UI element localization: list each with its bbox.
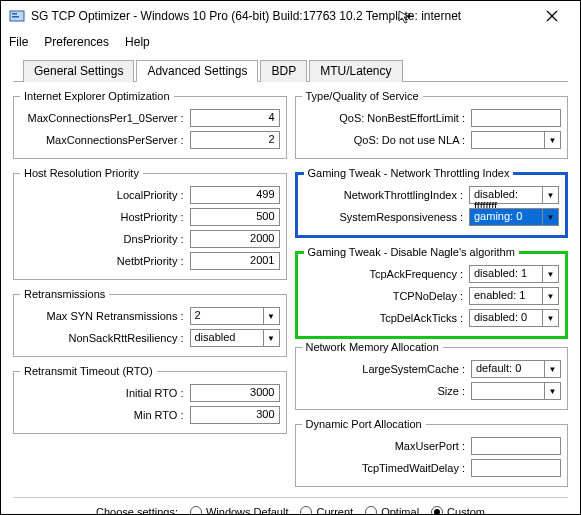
combo-tcpdelack[interactable]: disabled: 0▼ xyxy=(469,309,559,327)
input-maxconn[interactable]: 2 xyxy=(190,131,280,149)
combo-size[interactable]: ▼ xyxy=(471,382,561,400)
group-memory: Network Memory Allocation LargeSystemCac… xyxy=(295,341,569,410)
label-tcptwd: TcpTimedWaitDelay : xyxy=(302,462,472,474)
legend-dyn: Dynamic Port Allocation xyxy=(302,418,426,430)
group-throttling-index: Gaming Tweak - Network Throttling Index … xyxy=(295,167,569,238)
footer: Choose settings: Windows Default Current… xyxy=(1,489,580,515)
label-nbel: QoS: NonBestEffortLimit : xyxy=(302,112,472,124)
menubar: File Preferences Help xyxy=(1,31,580,53)
label-maxconn10: MaxConnectionsPer1_0Server : xyxy=(20,112,190,124)
label-nonsack: NonSackRttResiliency : xyxy=(20,332,190,344)
combo-sysresp[interactable]: gaming: 0▼ xyxy=(469,208,559,226)
titlebar[interactable]: SG TCP Optimizer - Windows 10 Pro (64-bi… xyxy=(1,1,580,31)
tab-general[interactable]: General Settings xyxy=(23,60,134,82)
label-localpriority: LocalPriority : xyxy=(20,189,190,201)
label-tcpdelack: TcpDelAckTicks : xyxy=(304,312,470,324)
left-column: Internet Explorer Optimization MaxConnec… xyxy=(13,88,287,489)
radio-optimal[interactable]: Optimal xyxy=(365,506,419,515)
input-dnspriority[interactable]: 2000 xyxy=(190,230,280,248)
legend-rto: Retransmit Timeout (RTO) xyxy=(20,365,157,377)
menu-preferences[interactable]: Preferences xyxy=(44,35,109,49)
app-window: SG TCP Optimizer - Windows 10 Pro (64-bi… xyxy=(0,0,581,515)
chevron-down-icon: ▼ xyxy=(544,361,560,377)
label-tcpack: TcpAckFrequency : xyxy=(304,268,470,280)
combo-nonsack[interactable]: disabled▼ xyxy=(190,329,280,347)
chevron-down-icon: ▼ xyxy=(542,288,558,304)
label-minrto: Min RTO : xyxy=(20,409,190,421)
close-button[interactable] xyxy=(532,2,572,30)
group-nagle: Gaming Tweak - Disable Nagle's algorithm… xyxy=(295,246,569,339)
label-size: Size : xyxy=(302,385,472,397)
label-initialrto: Initial RTO : xyxy=(20,387,190,399)
tab-mtu[interactable]: MTU/Latency xyxy=(309,60,402,82)
input-maxuserport[interactable] xyxy=(471,437,561,455)
group-rto: Retransmit Timeout (RTO) Initial RTO :30… xyxy=(13,365,287,434)
group-qos: Type/Quality of Service QoS: NonBestEffo… xyxy=(295,90,569,159)
window-title: SG TCP Optimizer - Windows 10 Pro (64-bi… xyxy=(31,9,532,23)
input-nbel[interactable] xyxy=(471,109,561,127)
chevron-down-icon: ▼ xyxy=(263,330,279,346)
combo-tcpnodelay[interactable]: enabled: 1▼ xyxy=(469,287,559,305)
radio-icon xyxy=(190,506,202,515)
label-hostpriority: HostPriority : xyxy=(20,211,190,223)
input-localpriority[interactable]: 499 xyxy=(190,186,280,204)
legend-mem: Network Memory Allocation xyxy=(302,341,443,353)
input-netbtpriority[interactable]: 2001 xyxy=(190,252,280,270)
legend-throttle: Gaming Tweak - Network Throttling Index xyxy=(304,167,514,179)
chevron-down-icon: ▼ xyxy=(263,308,279,324)
tab-content: Internet Explorer Optimization MaxConnec… xyxy=(1,82,580,489)
svg-rect-2 xyxy=(12,16,19,18)
input-tcptwd[interactable] xyxy=(471,459,561,477)
tab-advanced[interactable]: Advanced Settings xyxy=(136,60,258,82)
cursor-icon xyxy=(397,9,413,25)
group-dynamic-port: Dynamic Port Allocation MaxUserPort : Tc… xyxy=(295,418,569,487)
chevron-down-icon: ▼ xyxy=(542,209,558,225)
radio-icon xyxy=(431,506,443,515)
label-maxconn: MaxConnectionsPerServer : xyxy=(20,134,190,146)
input-hostpriority[interactable]: 500 xyxy=(190,208,280,226)
input-minrto[interactable]: 300 xyxy=(190,406,280,424)
settings-row: Choose settings: Windows Default Current… xyxy=(13,497,568,515)
group-host-resolution: Host Resolution Priority LocalPriority :… xyxy=(13,167,287,280)
chevron-down-icon: ▼ xyxy=(544,383,560,399)
label-nti: NetworkThrottlingIndex : xyxy=(304,189,470,201)
app-icon xyxy=(9,8,25,24)
label-netbtpriority: NetbtPriority : xyxy=(20,255,190,267)
group-ie-optimization: Internet Explorer Optimization MaxConnec… xyxy=(13,90,287,159)
chevron-down-icon: ▼ xyxy=(542,266,558,282)
label-nla: QoS: Do not use NLA : xyxy=(302,134,472,146)
radio-current[interactable]: Current xyxy=(300,506,353,515)
combo-lsc[interactable]: default: 0▼ xyxy=(471,360,561,378)
input-initialrto[interactable]: 3000 xyxy=(190,384,280,402)
chevron-down-icon: ▼ xyxy=(544,132,560,148)
chevron-down-icon: ▼ xyxy=(542,187,558,203)
menu-help[interactable]: Help xyxy=(125,35,150,49)
tabbar: General Settings Advanced Settings BDP M… xyxy=(13,53,568,82)
label-dnspriority: DnsPriority : xyxy=(20,233,190,245)
legend-qos: Type/Quality of Service xyxy=(302,90,423,102)
radio-icon xyxy=(300,506,312,515)
menu-file[interactable]: File xyxy=(9,35,28,49)
legend-hrp: Host Resolution Priority xyxy=(20,167,143,179)
right-column: Type/Quality of Service QoS: NonBestEffo… xyxy=(295,88,569,489)
label-lsc: LargeSystemCache : xyxy=(302,363,472,375)
close-icon xyxy=(546,10,558,22)
legend-retr: Retransmissions xyxy=(20,288,109,300)
combo-maxsyn[interactable]: 2▼ xyxy=(190,307,280,325)
combo-nla[interactable]: ▼ xyxy=(471,131,561,149)
combo-tcpack[interactable]: disabled: 1▼ xyxy=(469,265,559,283)
chevron-down-icon: ▼ xyxy=(542,310,558,326)
radio-icon xyxy=(365,506,377,515)
radio-custom[interactable]: Custom xyxy=(431,506,485,515)
label-tcpnodelay: TCPNoDelay : xyxy=(304,290,470,302)
combo-nti[interactable]: disabled: ffffffff▼ xyxy=(469,186,559,204)
label-maxuserport: MaxUserPort : xyxy=(302,440,472,452)
svg-rect-1 xyxy=(12,13,17,15)
radio-windows-default[interactable]: Windows Default xyxy=(190,506,289,515)
choose-label: Choose settings: xyxy=(96,506,178,515)
label-maxsyn: Max SYN Retransmissions : xyxy=(20,310,190,322)
input-maxconn10[interactable]: 4 xyxy=(190,109,280,127)
tab-bdp[interactable]: BDP xyxy=(260,60,307,82)
legend-nagle: Gaming Tweak - Disable Nagle's algorithm xyxy=(304,246,519,258)
label-sysresp: SystemResponsiveness : xyxy=(304,211,470,223)
